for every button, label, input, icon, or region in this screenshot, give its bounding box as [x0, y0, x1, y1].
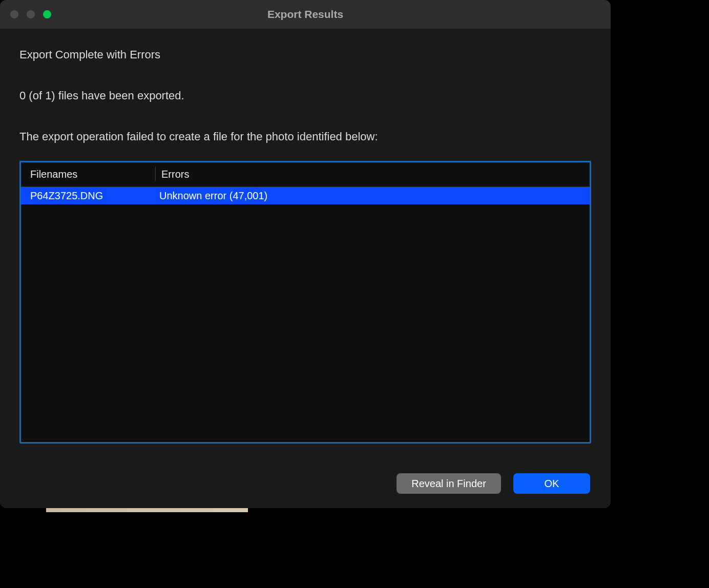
- dialog-footer: Reveal in Finder OK: [19, 473, 591, 494]
- column-header-errors[interactable]: Errors: [157, 169, 189, 180]
- titlebar: Export Results: [0, 0, 611, 29]
- minimize-window-button[interactable]: [27, 10, 35, 18]
- table-header: Filenames Errors: [21, 162, 590, 187]
- traffic-lights: [0, 10, 51, 18]
- reveal-in-finder-button[interactable]: Reveal in Finder: [397, 473, 501, 494]
- table-row[interactable]: P64Z3725.DNG Unknown error (47,001): [21, 187, 590, 204]
- export-status-text: 0 (of 1) files have been exported.: [19, 89, 591, 102]
- dialog-content: Export Complete with Errors 0 (of 1) fil…: [0, 29, 611, 508]
- close-window-button[interactable]: [10, 10, 18, 18]
- column-header-filenames[interactable]: Filenames: [21, 169, 157, 180]
- dialog-heading: Export Complete with Errors: [19, 48, 591, 61]
- cell-filename: P64Z3725.DNG: [21, 190, 157, 202]
- background-thumbnail-strip: [46, 508, 248, 512]
- ok-button[interactable]: OK: [513, 473, 590, 494]
- errors-table: Filenames Errors P64Z3725.DNG Unknown er…: [19, 161, 591, 444]
- window-title: Export Results: [267, 8, 343, 20]
- export-description-text: The export operation failed to create a …: [19, 130, 591, 143]
- table-body[interactable]: P64Z3725.DNG Unknown error (47,001): [21, 187, 590, 442]
- maximize-window-button[interactable]: [43, 10, 51, 18]
- export-results-dialog: Export Results Export Complete with Erro…: [0, 0, 611, 508]
- cell-error: Unknown error (47,001): [157, 190, 267, 202]
